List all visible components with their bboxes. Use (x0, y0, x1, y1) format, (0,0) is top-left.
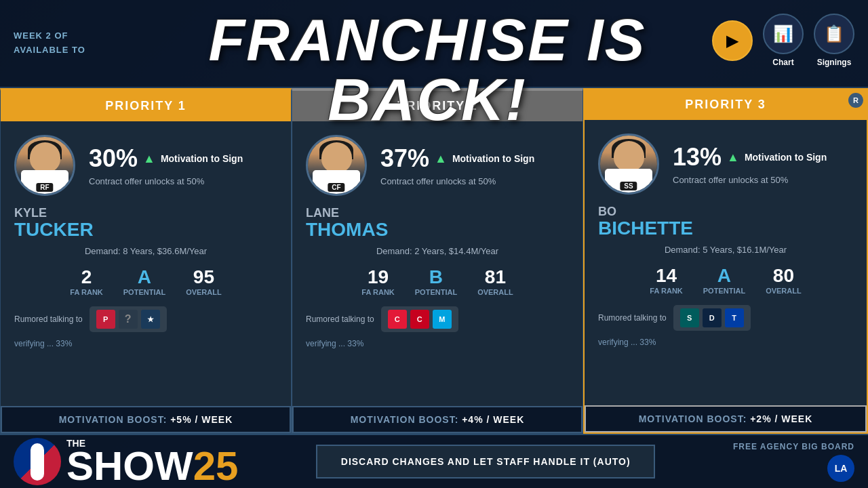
potential-3: A Potential (703, 265, 745, 295)
rumored-2-label: Rumored talking to (306, 314, 374, 324)
priority-1-card: PRIORITY 1 RF 30% ▲ Motivation to Sign (0, 88, 292, 434)
overall-2-value: 81 (477, 266, 513, 288)
team-unknown-logo: ? (119, 310, 138, 329)
rumored-1-section: Rumored talking to P ? ★ (14, 306, 277, 332)
boost-2-label: MOTIVATION BOOST: (351, 414, 459, 425)
demand-2: Demand: 2 Years, $14.4M/Year (306, 246, 569, 256)
priority-1-body: RF 30% ▲ Motivation to Sign Contract off… (1, 121, 291, 406)
verifying-2: verifying ... 33% (306, 339, 569, 348)
fa-rank-2-value: 19 (361, 266, 394, 288)
boost-1: MOTIVATION BOOST: +5% / WEEK (1, 406, 291, 433)
motivation-2-text: Motivation to Sign (452, 153, 534, 164)
chart-button[interactable]: 📊 Chart (763, 14, 804, 67)
team-logos-3: S D T (673, 305, 751, 331)
signings-button[interactable]: 📋 Signings (814, 14, 854, 67)
priority-3-card: R PRIORITY 3 SS 13% ▲ Motivation to Sig (583, 88, 868, 434)
priority-2-card: PRIORITY 2 CF 37% ▲ Motivation to Sign (292, 88, 583, 434)
potential-3-label: Potential (703, 287, 745, 295)
play-button[interactable]: ▶ (712, 20, 753, 61)
potential-2: B Potential (415, 266, 457, 296)
team-logos-2: C C M (381, 306, 458, 332)
player-1-name: KYLE TUCKER (14, 206, 277, 239)
motivation-1-pct: 30% (89, 144, 138, 173)
chart-label: Chart (772, 58, 793, 67)
position-2-badge: CF (328, 183, 344, 192)
player-2-avatar: CF (306, 135, 367, 196)
rumored-3-section: Rumored talking to S D T (598, 305, 853, 331)
potential-1: A Potential (123, 266, 165, 296)
team-mia-logo: M (433, 310, 452, 329)
show-text-group: THE SHOW 25 (66, 439, 238, 485)
fa-rank-3: 14 FA Rank (650, 265, 682, 295)
position-3-badge: SS (620, 182, 637, 190)
team-cin-logo: C (410, 310, 429, 329)
boost-2: MOTIVATION BOOST: +4% / WEEK (292, 406, 583, 433)
position-1-badge: RF (36, 183, 53, 192)
contract-2-unlock: Contract offer unlocks at 50% (380, 176, 569, 186)
play-icon[interactable]: ▶ (712, 20, 753, 61)
team-logos-1: P ? ★ (90, 306, 167, 332)
rumored-2-section: Rumored talking to C C M (306, 306, 569, 332)
overall-2: 81 Overall (477, 266, 513, 296)
arrow-up-1-icon: ▲ (143, 152, 155, 166)
overall-2-label: Overall (477, 288, 513, 296)
verifying-3: verifying ... 33% (598, 338, 853, 347)
player-1-avatar: RF (14, 135, 75, 196)
avatar-3-head (614, 141, 644, 171)
demand-3: Demand: 5 Years, $16.1M/Year (598, 245, 853, 255)
overall-1: 95 Overall (186, 266, 222, 296)
potential-1-value: A (123, 266, 165, 288)
week-info: WEEK 2 OF AVAILABLE TO (14, 29, 85, 58)
avatar-2-head (321, 142, 352, 173)
motivation-3-pct: 13% (673, 143, 722, 171)
overall-3-label: Overall (766, 287, 802, 295)
player-3-name: BO BICHETTE (598, 205, 853, 238)
priority-2-header: PRIORITY 2 (292, 91, 583, 121)
signings-label: Signings (817, 58, 852, 67)
boost-2-value: +4% / WEEK (462, 414, 524, 425)
discard-button[interactable]: DISCARD CHANGES AND LET STAFF HANDLE IT … (316, 445, 655, 479)
rumored-3-label: Rumored talking to (598, 313, 667, 323)
demand-1: Demand: 8 Years, $36.6M/Year (14, 246, 277, 256)
player-1-first: KYLE (14, 206, 277, 220)
show-number: 25 (193, 448, 239, 485)
chart-icon[interactable]: 📊 (763, 14, 804, 54)
player-3-avatar: SS (598, 134, 659, 195)
fa-rank-1: 2 FA Rank (70, 266, 102, 296)
mlb-circle-logo (14, 438, 61, 485)
team-tor-logo: T (725, 308, 744, 327)
overall-3-value: 80 (766, 265, 802, 287)
overall-1-label: Overall (186, 288, 222, 296)
potential-2-label: Potential (415, 288, 457, 296)
player-3-info: 13% ▲ Motivation to Sign Contract offer … (673, 143, 853, 185)
la-team-logo: LA (827, 455, 854, 482)
priority-1-header: PRIORITY 1 (1, 91, 291, 121)
player-1-info: 30% ▲ Motivation to Sign Contract offer … (89, 144, 277, 186)
team-sea-logo: S (680, 308, 699, 327)
motivation-1-text: Motivation to Sign (161, 153, 243, 164)
mlb-show-logo-area: THE SHOW 25 (14, 438, 238, 485)
main-content: PRIORITY 1 RF 30% ▲ Motivation to Sign (0, 88, 868, 434)
player-1-top: RF 30% ▲ Motivation to Sign Contract off… (14, 135, 277, 196)
motivation-3-line: 13% ▲ Motivation to Sign (673, 143, 853, 171)
team-det-logo: D (703, 308, 722, 327)
motivation-2-pct: 37% (380, 144, 429, 173)
top-right-icons: ▶ 📊 Chart 📋 Signings (712, 14, 854, 67)
motivation-1-line: 30% ▲ Motivation to Sign (89, 144, 277, 173)
boost-3-value: +2% / WEEK (750, 413, 812, 424)
signings-icon[interactable]: 📋 (814, 14, 854, 54)
boost-1-value: +5% / WEEK (170, 414, 233, 425)
player-2-info: 37% ▲ Motivation to Sign Contract offer … (380, 144, 569, 186)
fa-rank-1-value: 2 (70, 266, 102, 288)
fa-rank-3-value: 14 (650, 265, 682, 287)
arrow-up-2-icon: ▲ (435, 152, 447, 166)
player-2-name: LANE THOMAS (306, 206, 569, 239)
r-badge: R (848, 93, 863, 108)
potential-3-value: A (703, 265, 745, 287)
player-3-first: BO (598, 205, 853, 219)
boost-3: MOTIVATION BOOST: +2% / WEEK (585, 405, 867, 432)
potential-2-value: B (415, 266, 457, 288)
rumored-1-label: Rumored talking to (14, 314, 83, 324)
motivation-2-line: 37% ▲ Motivation to Sign (380, 144, 569, 173)
contract-3-unlock: Contract offer unlocks at 50% (673, 175, 853, 185)
